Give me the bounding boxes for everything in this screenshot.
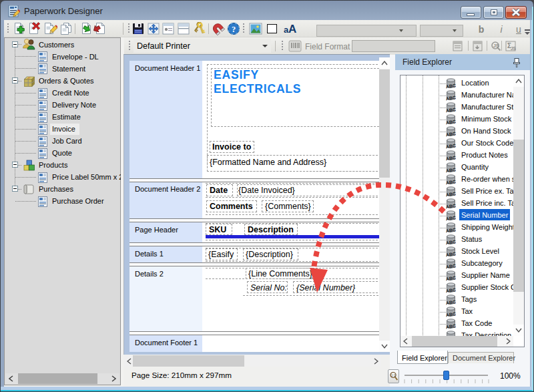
svg-text:1:1: 1:1 xyxy=(391,374,396,377)
svg-text:?: ? xyxy=(232,25,236,34)
svg-text:A: A xyxy=(288,23,296,35)
svg-text:JS: JS xyxy=(493,43,499,48)
svg-text:JS: JS xyxy=(511,46,517,51)
